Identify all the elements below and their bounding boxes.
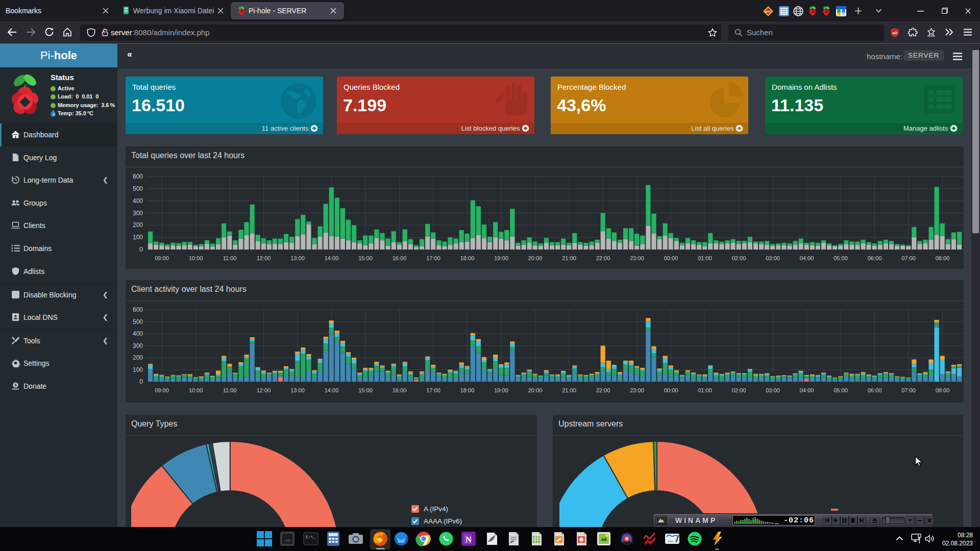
- svg-text:02:00: 02:00: [732, 255, 746, 261]
- svg-text:16:00: 16:00: [393, 255, 407, 261]
- svg-text:19:00: 19:00: [494, 255, 508, 261]
- svg-text:200: 200: [133, 221, 143, 229]
- svg-text:03:00: 03:00: [766, 255, 780, 261]
- svg-text:18:00: 18:00: [460, 255, 475, 261]
- svg-text:500: 500: [133, 318, 143, 325]
- svg-text:300: 300: [133, 342, 143, 349]
- svg-text:22:00: 22:00: [596, 255, 610, 261]
- svg-text:N: N: [465, 535, 472, 544]
- svg-text:20:00: 20:00: [528, 255, 543, 261]
- svg-text:400: 400: [133, 197, 143, 205]
- svg-text:01:00: 01:00: [698, 255, 712, 261]
- svg-text:18:00: 18:00: [460, 387, 475, 393]
- svg-text:10:00: 10:00: [189, 387, 203, 393]
- svg-text:11:00: 11:00: [223, 387, 237, 393]
- svg-text:23:00: 23:00: [630, 255, 644, 261]
- svg-text:00:00: 00:00: [664, 255, 678, 261]
- svg-text:500: 500: [133, 185, 143, 192]
- svg-text:11:00: 11:00: [223, 255, 237, 261]
- svg-text:08:00: 08:00: [936, 387, 950, 393]
- svg-text:09:00: 09:00: [155, 255, 169, 261]
- svg-text:17:00: 17:00: [426, 255, 440, 261]
- svg-text:15:00: 15:00: [358, 387, 373, 393]
- svg-text:19:00: 19:00: [494, 387, 508, 393]
- svg-text:06:00: 06:00: [868, 387, 882, 393]
- svg-text:13:00: 13:00: [290, 387, 305, 393]
- svg-text:05:00: 05:00: [834, 255, 848, 261]
- svg-text:01:00: 01:00: [698, 387, 712, 393]
- svg-text:17:00: 17:00: [426, 387, 440, 393]
- svg-text:uO: uO: [892, 31, 897, 35]
- svg-text:100: 100: [133, 366, 143, 373]
- svg-text:15:00: 15:00: [358, 255, 373, 261]
- svg-text:31: 31: [842, 13, 845, 16]
- svg-text:10:00: 10:00: [189, 255, 203, 261]
- svg-text:13:00: 13:00: [290, 255, 305, 261]
- svg-text:300: 300: [133, 210, 143, 217]
- svg-text:16:00: 16:00: [393, 387, 407, 393]
- svg-text:C:\_: C:\_: [306, 535, 315, 539]
- svg-text:07:00: 07:00: [901, 255, 916, 261]
- svg-text:03:00: 03:00: [766, 387, 780, 393]
- svg-text:06:00: 06:00: [868, 255, 882, 261]
- svg-text:08:00: 08:00: [936, 255, 950, 261]
- svg-text:12:00: 12:00: [257, 387, 271, 393]
- svg-text:07:00: 07:00: [901, 387, 916, 393]
- svg-text:22:00: 22:00: [596, 387, 610, 393]
- svg-text:20:00: 20:00: [528, 387, 543, 393]
- svg-text:400: 400: [133, 330, 143, 337]
- svg-text:09:00: 09:00: [155, 387, 169, 393]
- svg-text:04:00: 04:00: [800, 255, 814, 261]
- svg-text:14:00: 14:00: [325, 255, 339, 261]
- svg-text:02:00: 02:00: [732, 387, 746, 393]
- svg-text:21:00: 21:00: [562, 387, 576, 393]
- svg-text:23:00: 23:00: [630, 387, 644, 393]
- svg-text:600: 600: [133, 173, 143, 180]
- svg-text:00:00: 00:00: [664, 387, 678, 393]
- svg-text:0: 0: [139, 378, 143, 385]
- svg-text:04:00: 04:00: [800, 387, 814, 393]
- svg-text:0: 0: [139, 246, 143, 253]
- svg-text:600: 600: [133, 306, 143, 313]
- svg-text:100: 100: [133, 234, 143, 241]
- svg-text:14:00: 14:00: [325, 387, 339, 393]
- svg-text:200: 200: [133, 354, 143, 361]
- svg-text:05:00: 05:00: [834, 387, 848, 393]
- svg-text:MTG: MTG: [765, 10, 771, 13]
- svg-text:12:00: 12:00: [257, 255, 271, 261]
- svg-text:21:00: 21:00: [562, 255, 576, 261]
